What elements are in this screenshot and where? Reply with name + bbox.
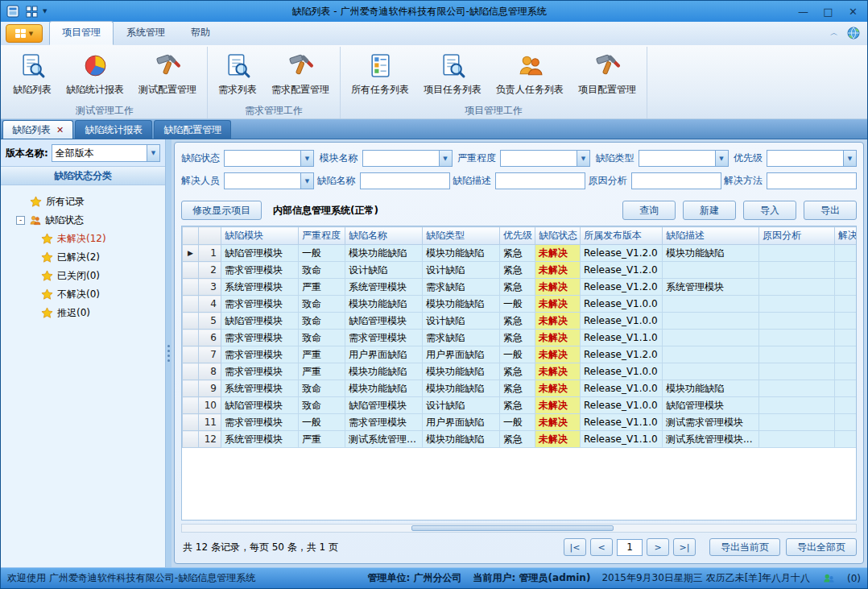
- grid-cell[interactable]: [759, 313, 835, 330]
- filter-input[interactable]: [767, 172, 857, 189]
- grid-cell[interactable]: [835, 363, 858, 380]
- grid-column-header[interactable]: 缺陷描述: [663, 227, 759, 245]
- grid-cell[interactable]: 严重: [299, 431, 345, 448]
- filter-combobox[interactable]: ▼: [362, 150, 453, 167]
- grid-cell[interactable]: [663, 262, 759, 279]
- grid-cell[interactable]: [663, 330, 759, 346]
- ribbon-tab[interactable]: 帮助: [178, 21, 223, 45]
- grid-cell[interactable]: 测试系统管理模块...: [663, 431, 759, 448]
- page-number-input[interactable]: [617, 539, 643, 556]
- splitter[interactable]: [166, 139, 172, 567]
- grid-cell[interactable]: 系统管理模块: [221, 279, 299, 296]
- grid-cell[interactable]: 紧急: [500, 363, 535, 380]
- grid-column-header[interactable]: 缺陷模块: [221, 227, 299, 245]
- grid-cell[interactable]: 未解决: [535, 330, 581, 346]
- grid-column-header[interactable]: 严重程度: [299, 227, 345, 245]
- grid-cell[interactable]: [759, 397, 835, 414]
- grid-column-header[interactable]: 所属发布版本: [581, 227, 663, 245]
- grid-cell[interactable]: 致命: [299, 296, 345, 313]
- grid-cell[interactable]: 严重: [299, 279, 345, 296]
- grid-cell[interactable]: Release_V1.0.0: [581, 380, 663, 397]
- grid-cell[interactable]: [759, 346, 835, 363]
- grid-column-header[interactable]: 缺陷名称: [345, 227, 423, 245]
- grid-cell[interactable]: Release_V1.0.0: [581, 363, 663, 380]
- tree-item-status[interactable]: 已解决(2): [4, 248, 162, 267]
- grid-cell[interactable]: 模块功能缺陷: [345, 296, 423, 313]
- grid-cell[interactable]: [835, 262, 858, 279]
- grid-cell[interactable]: 模块功能缺陷: [345, 363, 423, 380]
- grid-cell[interactable]: Release_V1.2.0: [581, 279, 663, 296]
- close-button[interactable]: ✕: [841, 3, 865, 19]
- close-tab-icon[interactable]: ✕: [56, 125, 64, 135]
- document-tab[interactable]: 缺陷列表✕: [2, 120, 73, 139]
- grid-cell[interactable]: 模块功能缺陷: [423, 431, 500, 448]
- tree-item-status[interactable]: 不解决(0): [4, 285, 162, 304]
- grid-cell[interactable]: 需求缺陷: [423, 279, 500, 296]
- filter-combobox[interactable]: ▼: [224, 150, 314, 167]
- grid-cell[interactable]: [835, 346, 858, 363]
- grid-cell[interactable]: 设计缺陷: [345, 262, 423, 279]
- grid-cell[interactable]: 紧急: [500, 313, 535, 330]
- grid-view-icon[interactable]: [24, 4, 39, 19]
- grid-cell[interactable]: 用户界面缺陷: [345, 346, 423, 363]
- grid-cell[interactable]: 需求管理模块: [221, 346, 299, 363]
- grid-cell[interactable]: [663, 346, 759, 363]
- document-tab[interactable]: 缺陷配置管理: [154, 120, 231, 139]
- tree-item-status[interactable]: 已关闭(0): [4, 267, 162, 285]
- table-row[interactable]: 7需求管理模块严重用户界面缺陷用户界面缺陷一般未解决Release_V1.2.0: [183, 346, 858, 363]
- ribbon-tab[interactable]: 系统管理: [114, 21, 178, 45]
- grid-cell[interactable]: 用户界面缺陷: [423, 346, 500, 363]
- grid-cell[interactable]: Release_V1.2.0: [581, 245, 663, 262]
- grid-cell[interactable]: 未解决: [535, 431, 581, 448]
- grid-cell[interactable]: 缺陷管理模块: [345, 397, 423, 414]
- grid-cell[interactable]: 用户界面缺陷: [423, 414, 500, 431]
- filter-combobox[interactable]: ▼: [767, 150, 857, 167]
- grid-cell[interactable]: [663, 313, 759, 330]
- grid-cell[interactable]: [759, 330, 835, 346]
- chevron-down-icon[interactable]: ▼: [147, 145, 159, 161]
- grid-cell[interactable]: 缺陷管理模块: [663, 397, 759, 414]
- app-menu-button[interactable]: ▼: [6, 24, 43, 43]
- grid-cell[interactable]: 紧急: [500, 245, 535, 262]
- grid-cell[interactable]: [759, 262, 835, 279]
- grid-cell[interactable]: 一般: [500, 414, 535, 431]
- new-button[interactable]: 新建: [683, 201, 736, 220]
- grid-cell[interactable]: 紧急: [500, 279, 535, 296]
- ribbon-button[interactable]: 所有任务列表: [345, 48, 415, 99]
- grid-cell[interactable]: [759, 380, 835, 397]
- grid-cell[interactable]: [759, 296, 835, 313]
- grid-cell[interactable]: Release_V1.1.0: [581, 431, 663, 448]
- grid-cell[interactable]: [663, 363, 759, 380]
- grid-cell[interactable]: 紧急: [500, 330, 535, 346]
- import-button[interactable]: 导入: [743, 201, 796, 220]
- grid-cell[interactable]: 需求管理模块: [221, 330, 299, 346]
- chevron-down-icon[interactable]: ▼: [300, 173, 313, 189]
- grid-cell[interactable]: 严重: [299, 363, 345, 380]
- grid-cell[interactable]: 设计缺陷: [423, 313, 500, 330]
- grid-cell[interactable]: 系统管理模块: [221, 380, 299, 397]
- tree-item-status[interactable]: 推迟(0): [4, 304, 162, 322]
- export-button[interactable]: 导出: [804, 201, 857, 220]
- grid-cell[interactable]: Release_V1.1.0: [581, 414, 663, 431]
- grid-cell[interactable]: 未解决: [535, 414, 581, 431]
- grid-cell[interactable]: 一般: [500, 346, 535, 363]
- grid-cell[interactable]: [835, 296, 858, 313]
- collapse-ribbon-icon[interactable]: ︿: [830, 27, 838, 39]
- grid-cell[interactable]: [759, 414, 835, 431]
- ribbon-button[interactable]: 负责人任务列表: [490, 48, 570, 99]
- grid-cell[interactable]: 一般: [299, 245, 345, 262]
- table-row[interactable]: 8需求管理模块严重模块功能缺陷模块功能缺陷紧急未解决Release_V1.0.0: [183, 363, 858, 380]
- grid-cell[interactable]: 测试系统管理模...: [345, 431, 423, 448]
- chevron-down-icon[interactable]: ▼: [300, 151, 313, 166]
- table-row[interactable]: 12系统管理模块严重测试系统管理模...模块功能缺陷紧急未解决Release_V…: [183, 431, 858, 448]
- grid-cell[interactable]: [759, 431, 835, 448]
- grid-cell[interactable]: [835, 431, 858, 448]
- grid-cell[interactable]: 模块功能缺陷: [423, 363, 500, 380]
- grid-cell[interactable]: 未解决: [535, 296, 581, 313]
- grid-cell[interactable]: 致命: [299, 330, 345, 346]
- filter-combobox[interactable]: ▼: [639, 150, 729, 167]
- table-row[interactable]: 6需求管理模块致命需求管理模块需求缺陷紧急未解决Release_V1.1.0: [183, 330, 858, 346]
- grid-cell[interactable]: 需求管理模块: [345, 330, 423, 346]
- table-row[interactable]: 10缺陷管理模块致命缺陷管理模块设计缺陷紧急未解决Release_V1.0.0缺…: [183, 397, 858, 414]
- table-row[interactable]: 9系统管理模块致命模块功能缺陷模块功能缺陷紧急未解决Release_V1.0.0…: [183, 380, 858, 397]
